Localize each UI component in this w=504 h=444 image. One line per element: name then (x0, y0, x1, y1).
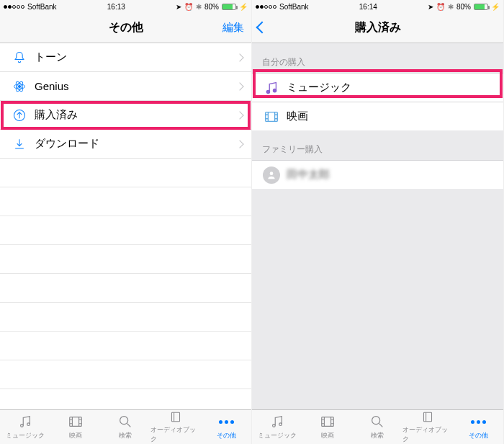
row-label: Genius (29, 80, 237, 92)
search-icon (117, 414, 133, 430)
alarm-icon: ⏰ (436, 3, 445, 11)
clock: 16:14 (309, 3, 428, 11)
svg-point-5 (20, 425, 23, 427)
svg-point-15 (279, 423, 282, 426)
svg-point-11 (273, 89, 276, 92)
page-title: 購入済み (355, 20, 401, 35)
chevron-right-icon (235, 53, 243, 61)
bluetooth-icon: ✱ (196, 3, 202, 11)
back-button[interactable] (258, 22, 266, 34)
chevron-right-icon (235, 111, 243, 119)
clock: 16:13 (57, 3, 176, 11)
row-label: ダウンロード (29, 137, 237, 151)
svg-rect-12 (266, 112, 278, 121)
tab-label: その他 (217, 431, 236, 440)
audiobook-icon (168, 410, 184, 424)
tab-label: ミュージック (258, 431, 297, 440)
film-icon (68, 414, 84, 430)
tab-label: オーディオブック (402, 425, 453, 444)
tab-more[interactable]: その他 (201, 410, 251, 444)
tab-bar: ミュージック 映画 検索 オーディオブック その他 (0, 409, 251, 444)
tab-search[interactable]: 検索 (101, 410, 151, 444)
svg-rect-18 (424, 412, 432, 422)
more-icon (219, 414, 234, 430)
chevron-right-icon (235, 82, 243, 90)
svg-point-6 (27, 423, 30, 426)
chevron-left-icon (256, 21, 269, 33)
row-tones[interactable]: トーン (0, 43, 251, 72)
music-icon (17, 414, 33, 430)
svg-point-17 (372, 417, 380, 425)
tab-label: 映画 (69, 431, 82, 440)
row-movies[interactable]: 映画 (252, 102, 503, 130)
purchased-icon (10, 108, 29, 123)
row-downloads[interactable]: ダウンロード (0, 130, 251, 159)
atom-icon (10, 79, 29, 94)
list: トーン Genius 購入済み ダウンロード (0, 43, 251, 409)
svg-rect-9 (172, 412, 180, 422)
battery-percent: 80% (204, 3, 219, 11)
row-label: 映画 (281, 110, 495, 123)
tab-label: 検索 (119, 431, 132, 440)
edit-button[interactable]: 編集 (222, 21, 244, 35)
row-purchased[interactable]: 購入済み (0, 101, 251, 130)
avatar-icon (262, 166, 281, 184)
bluetooth-icon: ✱ (448, 3, 454, 11)
location-icon: ➤ (176, 3, 181, 11)
page-title: その他 (109, 20, 143, 35)
tab-audiobooks[interactable]: オーディオブック (150, 410, 201, 444)
svg-point-8 (120, 417, 128, 425)
tab-label: 検索 (371, 431, 384, 440)
tab-label: ミュージック (6, 431, 45, 440)
alarm-icon: ⏰ (184, 3, 193, 11)
tab-movies[interactable]: 映画 (302, 410, 353, 444)
svg-point-14 (272, 425, 275, 427)
row-genius[interactable]: Genius (0, 72, 251, 101)
carrier-label: SoftBank (279, 3, 309, 11)
carrier-label: SoftBank (27, 3, 57, 11)
tab-label: 映画 (321, 431, 334, 440)
nav-bar: その他 編集 (0, 13, 251, 43)
nav-bar: 購入済み (252, 13, 503, 43)
svg-rect-7 (69, 417, 81, 427)
signal-strength-icon (256, 5, 276, 9)
music-note-icon (262, 80, 281, 96)
download-icon (10, 137, 29, 151)
tab-music[interactable]: ミュージック (0, 410, 50, 444)
battery-icon (222, 4, 236, 10)
row-label: トーン (29, 50, 237, 64)
status-bar: SoftBank 16:14 ➤ ⏰ ✱ 80% ⚡ (252, 0, 503, 13)
empty-rows (0, 159, 251, 409)
tab-label: オーディオブック (150, 425, 201, 444)
charging-icon: ⚡ (491, 3, 500, 11)
tab-more[interactable]: その他 (453, 410, 503, 444)
svg-point-0 (18, 85, 20, 87)
tab-movies[interactable]: 映画 (50, 410, 101, 444)
signal-strength-icon (4, 5, 24, 9)
row-label: ミュージック (281, 81, 495, 94)
bell-icon (10, 50, 29, 65)
chevron-right-icon (235, 140, 243, 148)
svg-rect-16 (321, 417, 333, 427)
music-icon (269, 414, 285, 430)
tab-audiobooks[interactable]: オーディオブック (402, 410, 453, 444)
charging-icon: ⚡ (239, 3, 248, 11)
tab-music[interactable]: ミュージック (252, 410, 302, 444)
section-header-family: ファミリー購入 (252, 130, 503, 160)
audiobook-icon (420, 410, 436, 424)
location-icon: ➤ (428, 3, 433, 11)
section-header-own: 自分の購入 (252, 43, 503, 73)
status-bar: SoftBank 16:13 ➤ ⏰ ✱ 80% ⚡ (0, 0, 251, 13)
row-label: 田中太郎 (281, 168, 495, 182)
svg-point-13 (270, 172, 274, 175)
film-icon (320, 414, 336, 430)
row-label: 購入済み (29, 108, 237, 122)
row-family-member[interactable]: 田中太郎 (252, 160, 503, 189)
screen-purchased: SoftBank 16:14 ➤ ⏰ ✱ 80% ⚡ 購入済み 自分の購入 ミュ… (252, 0, 504, 444)
screen-other: SoftBank 16:13 ➤ ⏰ ✱ 80% ⚡ その他 編集 トーン (0, 0, 252, 444)
more-icon (471, 414, 486, 430)
tab-search[interactable]: 検索 (353, 410, 403, 444)
battery-icon (474, 4, 488, 10)
row-music[interactable]: ミュージック (252, 73, 503, 102)
tab-label: その他 (469, 431, 488, 440)
